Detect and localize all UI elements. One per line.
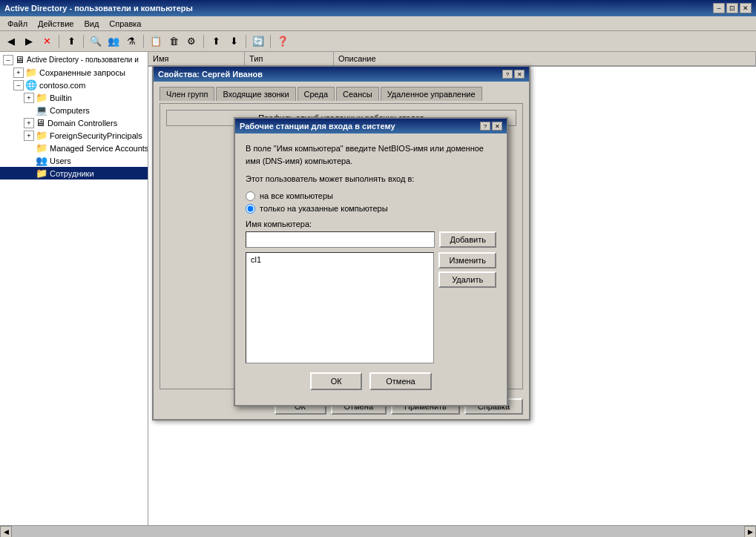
builtin-icon: 📁 xyxy=(36,92,47,103)
computers-icon: 💻 xyxy=(36,105,47,116)
sidebar-item-dc[interactable]: + 🖥 Domain Controllers xyxy=(0,116,148,129)
radio-selected-row: только на указанные компьютеры xyxy=(246,204,496,214)
toolbar-sep-6 xyxy=(270,35,271,48)
add-button[interactable]: Добавить xyxy=(439,231,496,248)
props-title-bar: Свойства: Сергей Иванов ? ✕ xyxy=(154,67,529,82)
msa-icon: 📁 xyxy=(36,142,47,154)
workstations-desc1: В поле "Имя компьютера" введите NetBIOS-… xyxy=(246,142,496,167)
stop-button[interactable]: ✕ xyxy=(39,33,55,50)
workstations-title-bar: Рабочие станции для входа в систему ? ✕ xyxy=(235,119,507,134)
toolbar: ◀ ▶ ✕ ⬆ 🔍 👥 ⚗ 📋 🗑 ⚙ ⬆ ⬇ 🔄 ❓ xyxy=(0,31,756,52)
menu-action[interactable]: Действие xyxy=(33,18,78,30)
scroll-left[interactable]: ◀ xyxy=(0,526,12,538)
sidebar-item-domain[interactable]: – 🌐 contoso.com xyxy=(0,79,148,91)
props-close-button[interactable]: ✕ xyxy=(514,70,525,79)
users-label: Users xyxy=(50,157,71,165)
props-help-button[interactable]: ? xyxy=(502,70,513,79)
expand-dc[interactable]: + xyxy=(24,118,34,128)
sidebar-item-saved-queries[interactable]: + 📁 Сохраненные запросы xyxy=(0,66,148,79)
workstations-ok-button[interactable]: ОК xyxy=(310,372,362,390)
app-title: Active Directory - пользователи и компью… xyxy=(4,4,193,13)
radio-group: на все компьютеры только на указанные ко… xyxy=(246,191,496,214)
expand-domain[interactable]: – xyxy=(13,80,24,90)
menu-help[interactable]: Справка xyxy=(105,18,145,30)
saved-queries-label: Сохраненные запросы xyxy=(39,68,125,77)
help-toolbar-button[interactable]: ❓ xyxy=(275,33,291,50)
radio-all-label: на все компьютеры xyxy=(260,191,333,200)
list-box-item[interactable]: cl1 xyxy=(248,254,432,265)
move-down-button[interactable]: ⬇ xyxy=(226,33,242,50)
workstations-dialog: Рабочие станции для входа в систему ? ✕ … xyxy=(234,117,508,406)
radio-all[interactable] xyxy=(246,191,255,201)
toolbar-sep-3 xyxy=(143,35,144,48)
workstations-title-controls: ? ✕ xyxy=(480,122,502,131)
col-header-type[interactable]: Тип xyxy=(245,52,334,65)
tab-incoming-calls[interactable]: Входящие звонки xyxy=(216,87,295,101)
sidebar-item-users[interactable]: 👥 Users xyxy=(0,154,148,167)
col-header-desc[interactable]: Описание xyxy=(334,52,756,65)
workstations-cancel-button[interactable]: Отмена xyxy=(369,372,431,390)
col-header-name[interactable]: Имя xyxy=(148,52,245,65)
restore-button[interactable]: ⊡ xyxy=(726,3,738,13)
fsp-icon: 📁 xyxy=(36,130,47,141)
expand-saved[interactable]: + xyxy=(13,67,24,78)
workstations-title: Рабочие станции для входа в систему xyxy=(240,122,395,131)
search-button[interactable]: 🔍 xyxy=(88,33,104,50)
expand-fsp[interactable]: + xyxy=(24,131,34,141)
scroll-track[interactable] xyxy=(12,526,744,538)
menu-view[interactable]: Вид xyxy=(79,18,103,30)
users-button[interactable]: 👥 xyxy=(105,33,122,50)
radio-all-row: на все компьютеры xyxy=(246,191,496,201)
employees-icon: 📁 xyxy=(36,168,47,179)
toolbar-sep-5 xyxy=(246,35,246,48)
workstations-bottom-buttons: ОК Отмена xyxy=(246,366,496,396)
sidebar-item-fsp[interactable]: + 📁 ForeignSecurityPrincipals xyxy=(0,129,148,142)
delete-button[interactable]: Удалить xyxy=(438,271,496,288)
tab-remote-control[interactable]: Удаленное управление xyxy=(381,87,482,101)
sidebar-item-msa[interactable]: 📁 Managed Service Accounts xyxy=(0,142,148,154)
props-button[interactable]: ⚙ xyxy=(183,33,200,50)
workstations-close-btn[interactable]: ✕ xyxy=(492,122,502,131)
expand-builtin[interactable]: + xyxy=(24,93,34,103)
input-row: Добавить xyxy=(246,231,496,248)
filter-button[interactable]: ⚗ xyxy=(123,33,139,50)
tab-environment[interactable]: Среда xyxy=(298,87,335,101)
radio-selected[interactable] xyxy=(246,204,255,214)
title-bar: Active Directory - пользователи и компью… xyxy=(0,0,756,16)
sidebar-item-builtin[interactable]: + 📁 Builtin xyxy=(0,91,148,104)
list-header: Имя Тип Описание xyxy=(148,52,756,67)
move-up-button[interactable]: ⬆ xyxy=(208,33,224,50)
menu-file[interactable]: Файл xyxy=(3,18,32,30)
scroll-right[interactable]: ▶ xyxy=(744,526,756,538)
back-button[interactable]: ◀ xyxy=(3,33,19,50)
edit-button[interactable]: Изменить xyxy=(438,252,496,268)
forward-button[interactable]: ▶ xyxy=(21,33,37,50)
sidebar-item-root[interactable]: – 🖥 Active Directory - пользователи и xyxy=(0,53,148,66)
builtin-label: Builtin xyxy=(50,93,72,102)
workstations-help-btn[interactable]: ? xyxy=(480,122,490,131)
toolbar-sep-2 xyxy=(83,35,84,48)
toolbar-sep-4 xyxy=(203,35,204,48)
users-icon: 👥 xyxy=(36,155,47,166)
computers-label: Computers xyxy=(50,106,90,115)
new-button[interactable]: 📋 xyxy=(148,33,164,50)
dc-icon: 🖥 xyxy=(36,117,45,128)
refresh-button[interactable]: 🔄 xyxy=(250,33,266,50)
close-button[interactable]: ✕ xyxy=(740,3,752,13)
domain-icon: 🌐 xyxy=(25,79,37,90)
tab-member-of[interactable]: Член групп xyxy=(160,87,214,101)
computer-name-input[interactable] xyxy=(246,231,435,248)
sidebar-item-employees[interactable]: 📁 Сотрудники xyxy=(0,167,148,179)
sidebar-tree: – 🖥 Active Directory - пользователи и + … xyxy=(0,52,148,537)
computer-list[interactable]: cl1 xyxy=(246,252,434,363)
minimize-button[interactable]: – xyxy=(713,3,725,13)
saved-queries-icon: 📁 xyxy=(25,67,37,78)
expand-root[interactable]: – xyxy=(3,55,13,65)
sidebar-item-computers[interactable]: 💻 Computers xyxy=(0,104,148,116)
toolbar-sep-1 xyxy=(59,35,59,48)
root-label: Active Directory - пользователи и xyxy=(27,56,139,64)
workstations-content: В поле "Имя компьютера" введите NetBIOS-… xyxy=(235,134,507,405)
up-button[interactable]: ⬆ xyxy=(63,33,79,50)
delete-button[interactable]: 🗑 xyxy=(165,33,182,50)
tab-sessions[interactable]: Сеансы xyxy=(336,87,379,101)
